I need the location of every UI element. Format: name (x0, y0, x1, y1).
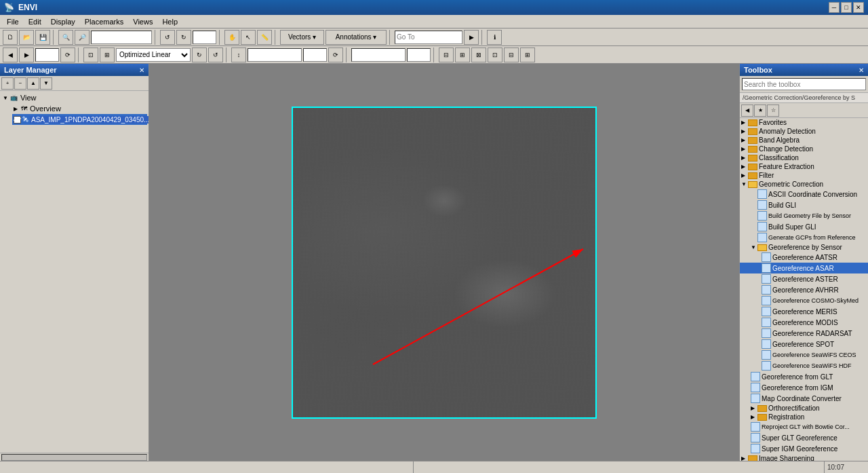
toolbar-rotate-left[interactable]: ↺ (160, 30, 175, 45)
tb-georef-asar[interactable]: Georeference ASAR (740, 263, 868, 273)
tb2-band-refresh[interactable]: ⟳ (328, 48, 343, 62)
tb-build-super-gli[interactable]: Build Super GLI (740, 221, 868, 232)
tb-georef-aster[interactable]: Georeference ASTER (740, 273, 868, 284)
tb-georef-meris[interactable]: Georeference MERIS (740, 306, 868, 317)
tb-geometric-correction[interactable]: ▼ Geometric Correction (740, 180, 868, 189)
tb-change-detection[interactable]: ▶ Change Detection (740, 145, 868, 153)
tb-georef-radarsat[interactable]: Georeference RADARSAT (740, 328, 868, 339)
layer-up-btn[interactable]: ▲ (27, 77, 39, 90)
toolbar-info[interactable]: ℹ (487, 30, 502, 45)
toolbox-back-btn[interactable]: ◀ (741, 105, 753, 117)
tb-registration[interactable]: ▶ Registration (740, 413, 868, 421)
tb-build-gli[interactable]: Build GLI (740, 200, 868, 210)
tb-build-geometry[interactable]: Build Geometry File by Sensor (740, 210, 868, 221)
toolbox-star-btn[interactable]: ★ (754, 105, 766, 117)
angle-input[interactable]: 0° (193, 31, 216, 44)
tb-georef-seawifs-hdf[interactable]: Georeference SeaWiFS HDF (740, 360, 868, 371)
tb-georef-modis[interactable]: Georeference MODIS (740, 317, 868, 328)
tb-anomaly[interactable]: ▶ Anomaly Detection (740, 127, 868, 136)
tb-orthorectification[interactable]: ▶ Orthorectification (740, 404, 868, 413)
toolbar-pan[interactable]: ✋ (224, 30, 239, 45)
menu-edit[interactable]: Edit (24, 16, 45, 27)
tb-georef-spot[interactable]: Georeference SPOT (740, 339, 868, 349)
tb-georef-aatsr[interactable]: Georeference AATSR (740, 252, 868, 263)
layer-panel-close[interactable]: ✕ (139, 67, 144, 74)
goto-input[interactable] (395, 31, 462, 44)
band-value[interactable]: 20 (303, 48, 327, 62)
tb2-extra3[interactable]: ⊠ (471, 48, 486, 62)
tb2-extra6[interactable]: ⊞ (520, 48, 535, 62)
tb-map-coord-converter[interactable]: Map Coordinate Converter (740, 393, 868, 404)
display-value[interactable]: 0 (407, 48, 431, 62)
toolbox-search-input[interactable] (742, 78, 866, 90)
toolbox-star2-btn[interactable]: ☆ (767, 105, 779, 117)
tb-super-glt-georef[interactable]: Super GLT Georeference (740, 432, 868, 443)
toolbar-zoom-in[interactable]: 🔍 (58, 30, 73, 45)
menu-display[interactable]: Display (47, 16, 79, 27)
maximize-button[interactable]: □ (841, 2, 852, 13)
tb2-reset[interactable]: ↺ (208, 48, 223, 62)
tb2-prev[interactable]: ◀ (3, 48, 18, 62)
tb-reproject-glt[interactable]: Reproject GLT with Bowtie Cor... (740, 421, 868, 432)
menu-help[interactable]: Help (158, 16, 182, 27)
band-input[interactable]: 20 (35, 48, 59, 62)
toolbar-new[interactable]: 🗋 (3, 30, 18, 45)
toolbar-open[interactable]: 📂 (19, 30, 34, 45)
minimize-button[interactable]: ─ (829, 2, 840, 13)
tb-filter[interactable]: ▶ Filter (740, 171, 868, 180)
annotations-btn[interactable]: Annotations ▾ (326, 30, 387, 45)
tb2-apply[interactable]: ↻ (192, 48, 207, 62)
tb-super-igm-georef[interactable]: Super IGM Georeference (740, 443, 868, 454)
tb-classification[interactable]: ▶ Classification (740, 153, 868, 162)
tb-generate-gcps[interactable]: Generate GCPs from Reference (740, 232, 868, 243)
menu-placemarks[interactable]: Placemarks (81, 16, 127, 27)
toolbar-select[interactable]: ↖ (241, 30, 256, 45)
goto-btn[interactable]: ▶ (464, 30, 479, 45)
zoom-input[interactable]: 6.4% (1:15.6... (91, 31, 152, 44)
toolbox-panel: Toolbox ✕ /Geometric Correction/Georefer… (739, 64, 868, 461)
tb-georef-from-glt[interactable]: Georeference from GLT (740, 371, 868, 382)
layer-add-btn[interactable]: + (1, 77, 14, 90)
tb2-cursor[interactable]: ↕ (231, 48, 246, 62)
toolbar-measure[interactable]: 📏 (257, 30, 272, 45)
sep4 (275, 30, 277, 45)
layer-remove-btn[interactable]: − (14, 77, 26, 90)
fav-folder-icon (748, 119, 757, 126)
tb-georef-seawifs-ceos[interactable]: Georeference SeaWiFS CEOS (740, 349, 868, 360)
tb2-extra1[interactable]: ⊟ (439, 48, 454, 62)
toolbar-zoom-out[interactable]: 🔎 (75, 30, 90, 45)
tb-image-sharpening[interactable]: ▶ Image Sharpening (740, 454, 868, 461)
layer-tree-overview[interactable]: ▶ 🗺 Overview (12, 103, 147, 114)
tb-georef-from-igm[interactable]: Georeference from IGM (740, 382, 868, 393)
tb2-extra2[interactable]: ⊞ (455, 48, 470, 62)
menu-views[interactable]: Views (129, 16, 157, 27)
interp-select[interactable]: Optimized Linear (116, 48, 191, 62)
tb-ascii-coord[interactable]: ASCII Coordinate Conversion (740, 189, 868, 200)
tb-band-algebra[interactable]: ▶ Band Algebra (740, 136, 868, 145)
layer-hscroll[interactable] (0, 453, 149, 461)
georef-aster-label: Georeference ASTER (772, 276, 838, 283)
sar-image[interactable] (292, 107, 597, 419)
tb2-full[interactable]: ⊞ (100, 48, 115, 62)
tb-georef-avhrr[interactable]: Georeference AVHRR (740, 284, 868, 295)
layer-tree-item-1[interactable]: ✓ 🛰 ASA_IMP_1PNDPA20040429_03450... (12, 114, 147, 125)
tb2-extra5[interactable]: ⊟ (504, 48, 519, 62)
tb2-next[interactable]: ▶ (19, 48, 34, 62)
layer-tree-view[interactable]: ▼ 📺 View (1, 92, 147, 103)
toolbox-close-btn[interactable]: ✕ (859, 67, 864, 74)
tb2-refresh[interactable]: ⟳ (60, 48, 75, 62)
menu-file[interactable]: File (3, 16, 23, 27)
tb-feature-extraction[interactable]: ▶ Feature Extraction (740, 162, 868, 171)
close-button[interactable]: ✕ (853, 2, 864, 13)
sep2 (155, 30, 157, 45)
toolbar-save[interactable]: 💾 (35, 30, 50, 45)
tb2-extra4[interactable]: ⊡ (488, 48, 502, 62)
vectors-btn[interactable]: Vectors ▾ (280, 30, 324, 45)
tb-favorites[interactable]: ▶ Favorites (740, 118, 868, 127)
layer-checkbox[interactable]: ✓ (14, 116, 21, 124)
tb-georef-cosmo[interactable]: Georeference COSMO-SkyMed (740, 295, 868, 306)
layer-down-btn[interactable]: ▼ (40, 77, 52, 90)
toolbar-rotate-right[interactable]: ↻ (176, 30, 191, 45)
tb2-fit[interactable]: ⊡ (83, 48, 98, 62)
tb-georef-by-sensor[interactable]: ▼ Georeference by Sensor (740, 243, 868, 252)
